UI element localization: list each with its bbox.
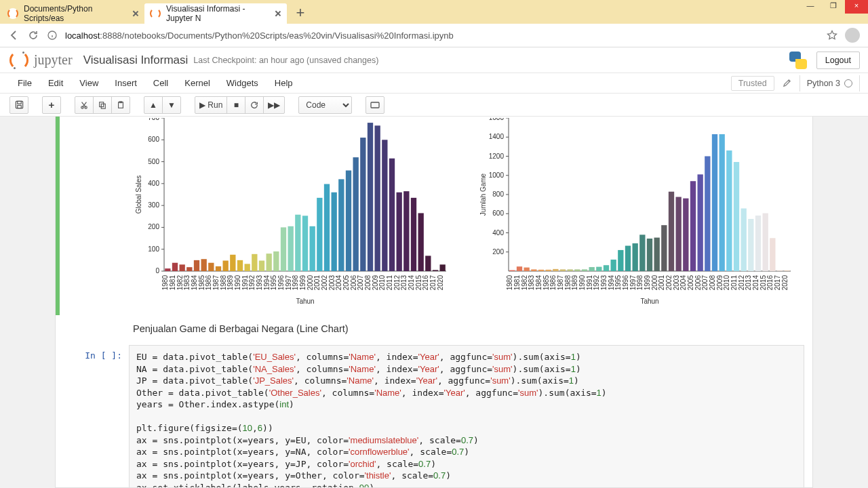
- svg-text:1988: 1988: [220, 275, 227, 291]
- restart-button[interactable]: [245, 96, 264, 114]
- svg-rect-31: [172, 263, 178, 271]
- svg-text:2010: 2010: [723, 275, 730, 291]
- svg-text:2000: 2000: [307, 275, 314, 291]
- svg-rect-157: [618, 250, 623, 271]
- command-palette-button[interactable]: [366, 96, 384, 114]
- paste-button[interactable]: [111, 96, 130, 114]
- svg-rect-29: [165, 268, 170, 271]
- svg-rect-99: [418, 213, 424, 271]
- site-info-icon[interactable]: [46, 29, 58, 41]
- kernel-status-icon: [844, 79, 852, 87]
- window-minimize[interactable]: —: [799, 0, 822, 14]
- svg-text:2009: 2009: [716, 275, 724, 291]
- svg-rect-75: [332, 192, 337, 271]
- menu-file[interactable]: File: [9, 73, 40, 94]
- menu-edit[interactable]: Edit: [40, 73, 71, 94]
- svg-rect-37: [194, 260, 199, 271]
- run-button[interactable]: ▶ Run: [195, 96, 227, 114]
- svg-rect-53: [252, 254, 257, 271]
- svg-text:1998: 1998: [636, 275, 644, 291]
- svg-text:1993: 1993: [600, 275, 608, 291]
- svg-text:600: 600: [148, 136, 159, 143]
- jupyter-brand[interactable]: jupyter: [34, 52, 73, 68]
- interrupt-button[interactable]: ■: [226, 96, 245, 114]
- svg-text:Global Sales: Global Sales: [135, 176, 142, 214]
- svg-rect-95: [403, 191, 409, 271]
- svg-rect-183: [712, 134, 717, 271]
- svg-text:400: 400: [148, 180, 159, 187]
- svg-rect-175: [683, 199, 688, 271]
- cut-button[interactable]: [75, 96, 94, 114]
- browser-tab-1[interactable]: Documents/Python Scripts/eas: [2, 3, 144, 24]
- bookmark-star-icon[interactable]: [826, 29, 838, 41]
- svg-rect-161: [633, 243, 638, 271]
- close-icon[interactable]: [275, 10, 281, 17]
- back-icon[interactable]: [8, 29, 20, 41]
- svg-text:2003: 2003: [328, 275, 336, 291]
- svg-rect-165: [647, 239, 652, 271]
- svg-text:1984: 1984: [535, 275, 542, 291]
- svg-text:2011: 2011: [730, 275, 738, 291]
- svg-text:1999: 1999: [299, 275, 307, 291]
- code-cell[interactable]: In [ ]: EU = data.pivot_table('EU_Sales'…: [64, 345, 804, 488]
- svg-text:2020: 2020: [437, 275, 444, 291]
- svg-rect-3: [17, 105, 21, 108]
- code-editor[interactable]: EU = data.pivot_table('EU_Sales', column…: [129, 345, 804, 488]
- notebook-body[interactable]: 0100200300400500600700198019811982198319…: [0, 117, 868, 488]
- menu-cell[interactable]: Cell: [145, 73, 176, 94]
- svg-text:2004: 2004: [335, 275, 342, 291]
- svg-rect-155: [611, 260, 616, 271]
- edit-icon[interactable]: [783, 79, 791, 87]
- menu-view[interactable]: View: [71, 73, 106, 94]
- svg-text:1986: 1986: [205, 275, 212, 291]
- jupyter-logo-icon: [9, 51, 28, 70]
- tab-title: Visualisasi Informasi - Jupyter N: [166, 4, 269, 23]
- menu-kernel[interactable]: Kernel: [176, 73, 218, 94]
- browser-tab-2[interactable]: Visualisasi Informasi - Jupyter N: [144, 3, 287, 24]
- reload-icon[interactable]: [27, 29, 39, 41]
- profile-avatar[interactable]: [845, 28, 860, 43]
- svg-text:2017: 2017: [774, 275, 781, 291]
- move-down-button[interactable]: ▼: [162, 96, 181, 114]
- svg-text:400: 400: [492, 229, 504, 237]
- menu-widgets[interactable]: Widgets: [218, 73, 267, 94]
- svg-rect-137: [546, 270, 551, 271]
- trusted-indicator[interactable]: Trusted: [731, 76, 774, 91]
- svg-text:2016: 2016: [766, 275, 774, 291]
- new-tab-button[interactable]: +: [290, 2, 311, 24]
- menu-insert[interactable]: Insert: [106, 73, 145, 94]
- notebook-title[interactable]: Visualisasi Informasi: [83, 54, 189, 67]
- svg-rect-171: [669, 192, 674, 271]
- window-maximize[interactable]: ❐: [822, 0, 845, 14]
- svg-rect-1: [16, 101, 22, 108]
- window-close[interactable]: ×: [845, 0, 868, 14]
- svg-text:2006: 2006: [350, 275, 357, 291]
- restart-run-all-button[interactable]: ▶▶: [263, 96, 285, 114]
- chart-game-count: 2004006008001000120014001600198019811982…: [476, 118, 795, 308]
- svg-text:2001: 2001: [313, 275, 321, 291]
- save-button[interactable]: [9, 96, 28, 114]
- svg-text:1990: 1990: [234, 275, 241, 291]
- url-text[interactable]: localhost:8888/notebooks/Documents/Pytho…: [65, 30, 819, 41]
- svg-rect-35: [186, 267, 192, 271]
- svg-rect-67: [302, 216, 308, 271]
- svg-text:2003: 2003: [673, 275, 680, 291]
- svg-rect-91: [389, 159, 395, 271]
- svg-rect-71: [317, 198, 322, 271]
- copy-button[interactable]: [93, 96, 112, 114]
- svg-text:1981: 1981: [513, 275, 521, 291]
- move-up-button[interactable]: ▲: [144, 96, 163, 114]
- kernel-name[interactable]: Python 3: [800, 75, 860, 92]
- menu-help[interactable]: Help: [267, 73, 301, 94]
- add-cell-button[interactable]: +: [42, 96, 61, 114]
- logout-button[interactable]: Logout: [816, 52, 860, 69]
- svg-text:2017: 2017: [429, 275, 437, 291]
- svg-rect-141: [560, 269, 566, 271]
- svg-text:2015: 2015: [760, 275, 767, 291]
- cell-type-select[interactable]: Code: [298, 96, 352, 114]
- svg-text:200: 200: [492, 248, 504, 256]
- svg-rect-145: [574, 269, 580, 271]
- close-icon[interactable]: [132, 10, 139, 17]
- svg-rect-85: [368, 123, 373, 271]
- svg-rect-131: [524, 268, 530, 271]
